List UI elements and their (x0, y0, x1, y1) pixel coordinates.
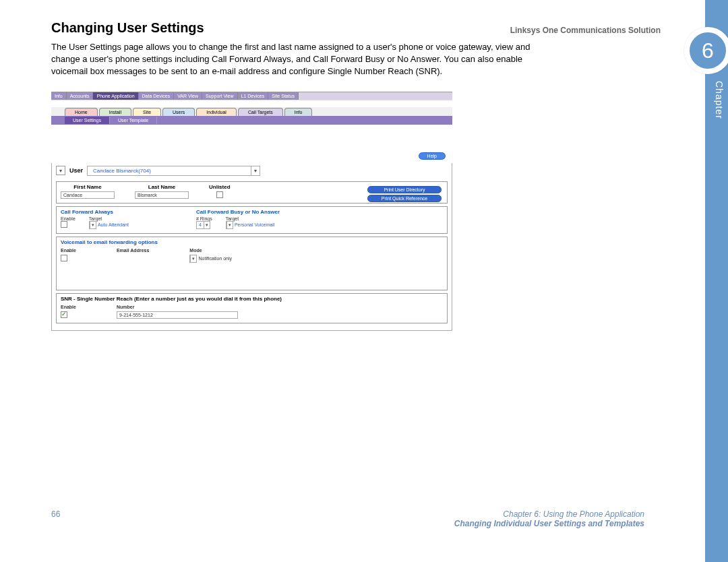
last-name-label: Last Name (135, 184, 189, 190)
collapse-icon[interactable]: ▾ (56, 166, 65, 175)
help-button[interactable]: Help (419, 152, 446, 160)
vm-mode-value: Notification only (199, 256, 232, 261)
first-name-input[interactable]: Candace (61, 191, 115, 199)
tab-var-view[interactable]: VAR View (174, 92, 202, 100)
snr-enable-checkbox[interactable] (61, 311, 67, 318)
cfa-target-label: Target (89, 216, 129, 221)
tab-call-targets[interactable]: Call Targets (238, 108, 283, 116)
vm-mode-label: Mode (189, 248, 232, 253)
user-label: User (69, 167, 83, 174)
user-dropdown-value: Candace Bismarck(704) (88, 166, 156, 175)
tab-site[interactable]: Site (133, 108, 161, 116)
print-quick-reference-button[interactable]: Print Quick Reference (367, 195, 442, 202)
snr-panel: SNR - Single Number Reach (Enter a numbe… (56, 293, 448, 323)
tab-home[interactable]: Home (65, 108, 98, 116)
cfb-target-label: Target (226, 216, 275, 221)
vm-mode-dropdown[interactable]: ▾ (189, 255, 197, 263)
cfb-title: Call Forward Busy or No Answer (196, 209, 280, 215)
tab-l1-devices[interactable]: L1 Devices (238, 92, 269, 100)
cfa-enable-label: Enable (61, 216, 75, 221)
secondary-tab-row: Home Install Site Users Individual Call … (51, 106, 452, 116)
unlisted-label: Unlisted (209, 184, 231, 190)
tab-phone-application[interactable]: Phone Application (93, 92, 138, 100)
tab-support-view[interactable]: Support View (202, 92, 238, 100)
chapter-label: Chapter (714, 81, 725, 119)
vm-enable-checkbox[interactable] (61, 255, 67, 261)
snr-number-label: Number (117, 305, 238, 309)
chevron-down-icon: ▾ (251, 166, 260, 175)
tab-install[interactable]: Install (99, 108, 131, 116)
rings-dropdown[interactable]: 4▾ (196, 221, 210, 229)
cfb-target-value: Personal Voicemail (235, 222, 275, 227)
footer-section-line: Changing Individual User Settings and Te… (454, 519, 644, 528)
tab-individual[interactable]: Individual (196, 108, 237, 116)
snr-title: SNR - Single Number Reach (Enter a numbe… (61, 296, 443, 302)
page-number: 66 (51, 509, 60, 528)
call-forward-panel: Call Forward Always Enable Target ▾ Auto… (56, 206, 448, 234)
tab-accounts[interactable]: Accounts (67, 92, 94, 100)
cfa-target-dropdown[interactable]: ▾ (89, 221, 96, 229)
name-panel: First Name Candace Last Name Bismarck Un… (56, 181, 448, 204)
rings-label: # Rings (196, 216, 212, 221)
screenshot-panel: Info Accounts Phone Application Data Dev… (51, 92, 452, 331)
unlisted-checkbox[interactable] (216, 191, 223, 198)
primary-tab-row: Info Accounts Phone Application Data Dev… (51, 92, 452, 100)
cfa-enable-checkbox[interactable] (61, 221, 67, 228)
page-title: Changing User Settings (51, 20, 671, 36)
user-dropdown[interactable]: Candace Bismarck(704) ▾ (87, 166, 260, 176)
cfb-target-dropdown[interactable]: ▾ (226, 221, 233, 229)
intro-paragraph: The User Settings page allows you to cha… (51, 41, 537, 78)
first-name-label: First Name (61, 184, 115, 190)
footer-chapter-line: Chapter 6: Using the Phone Application (454, 509, 644, 519)
tab-users[interactable]: Users (162, 108, 195, 116)
tab-info[interactable]: Info (51, 92, 67, 100)
cfa-target-value: Auto Attendant (98, 222, 129, 227)
tab-user-settings[interactable]: User Settings (65, 117, 110, 124)
tertiary-tab-row: User Settings User Template (51, 116, 452, 125)
last-name-input[interactable]: Bismarck (135, 191, 189, 199)
snr-enable-label: Enable (61, 305, 76, 309)
tab-user-template[interactable]: User Template (110, 117, 157, 124)
tab-data-devices[interactable]: Data Devices (139, 92, 175, 100)
print-user-directory-button[interactable]: Print User Directory (367, 186, 442, 193)
vm-title: Voicemail to email forwarding options (61, 239, 443, 245)
voicemail-panel: Voicemail to email forwarding options En… (56, 237, 448, 290)
chapter-number-badge: 6 (684, 27, 728, 74)
vm-enable-label: Enable (61, 248, 76, 253)
vm-email-label: Email Address (117, 248, 149, 253)
tab-info2[interactable]: Info (284, 108, 313, 116)
cfa-title: Call Forward Always (61, 209, 129, 215)
snr-number-input[interactable]: 9-214-555-1212 (117, 311, 238, 319)
tab-site-status[interactable]: Site Status (268, 92, 299, 100)
